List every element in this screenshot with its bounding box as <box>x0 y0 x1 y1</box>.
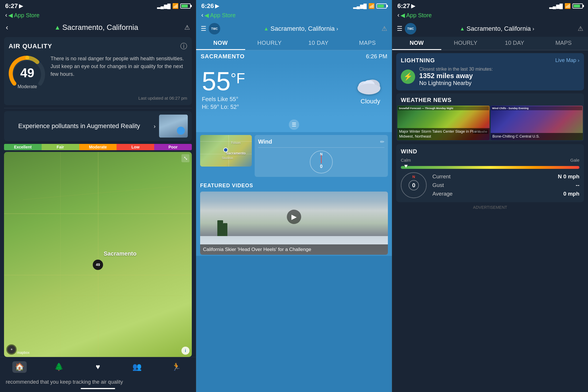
battery-icon-3 <box>572 3 583 9</box>
p3-lightning-header: LIGHTNING Live Map › <box>401 57 579 64</box>
aq-number: 49 <box>20 66 34 80</box>
status-icons-1: ▂▄▆█ 📶 <box>157 3 191 9</box>
lightning-subtitle: Closest strike in the last 30 minutes: <box>419 67 493 72</box>
app-store-3[interactable]: ‹ ◀ App Store <box>392 11 588 21</box>
tab-10day-3[interactable]: 10 DAY <box>490 37 539 50</box>
status-bar-1: 6:27 ▶ ▂▄▆█ 📶 <box>0 0 196 11</box>
cloud-icon <box>355 74 386 95</box>
p2-wind-compass: N 0 <box>310 150 333 173</box>
p1-map[interactable]: 49 Sacramento ⊕ mapbox i ⤡ <box>4 152 192 357</box>
p2-temp-unit: °F <box>231 71 245 86</box>
aq-info-icon[interactable]: ⓘ <box>180 42 187 51</box>
p2-feels-like: Feels Like 55° <box>202 96 245 103</box>
tab-run[interactable]: 🏃 <box>169 361 183 373</box>
lightning-bolt: ⚡ <box>403 72 413 81</box>
time-2: 6:26 <box>201 2 214 10</box>
p2-location: ▲ Sacramento, California › <box>264 25 338 32</box>
featured-videos-title: FEATURED VIDEOS <box>200 183 388 189</box>
p2-video-thumb[interactable]: ▶ California Skier 'Head Over Heels' for… <box>200 192 388 255</box>
app-store-1[interactable]: ‹ ◀ App Store <box>0 11 196 21</box>
p2-condition: Cloudy <box>355 74 386 105</box>
tab-maps-3[interactable]: MAPS <box>539 37 588 50</box>
mapbox-inner: ⊕ <box>7 345 16 354</box>
p2-hi-lo: Hi: 59° Lo: 52° <box>202 104 245 110</box>
tab-hourly-2[interactable]: HOURLY <box>245 37 294 50</box>
map-info-btn[interactable]: i <box>181 347 189 355</box>
p3-news-img-2[interactable]: Wind Chills - Sunday Evening Bone-Chilli… <box>491 106 583 140</box>
ar-chevron: › <box>154 123 156 130</box>
ar-thumbnail <box>159 115 188 138</box>
battery-fill-1 <box>181 5 188 7</box>
p3-lightning-body: ⚡ Closest strike in the last 30 minutes:… <box>401 67 579 86</box>
map-aqi-value: 49 <box>96 262 100 267</box>
aq-gauge: 49 Moderate <box>9 55 46 92</box>
panel-air-quality: 6:27 ▶ ▂▄▆█ 📶 ‹ ◀ App Store ‹ ▲ Sacramen… <box>0 0 196 392</box>
p1-city: Sacramento, California <box>62 23 138 32</box>
tab-10day-2[interactable]: 10 DAY <box>294 37 343 50</box>
p3-nav-left: ☰ TWC <box>397 23 416 34</box>
app-store-label-2: ◀ App Store <box>204 12 235 19</box>
battery-icon-1 <box>180 3 191 9</box>
lightning-icon: ⚡ <box>401 69 415 84</box>
wifi-icon-2: 📶 <box>368 3 375 9</box>
location-arrow-1: ▶ <box>19 3 23 9</box>
location-arrow-2: ▶ <box>215 3 219 9</box>
lightning-status: No Lightning Nearby <box>419 80 493 86</box>
wind-gust-value: -- <box>576 182 579 188</box>
ar-banner[interactable]: Experience pollutants in Augmented Reali… <box>4 111 192 141</box>
status-time-1: 6:27 ▶ <box>5 2 23 10</box>
p2-chevron: › <box>336 26 338 32</box>
tab-now-3[interactable]: NOW <box>392 37 441 50</box>
p2-wind-title: Wind <box>258 138 272 145</box>
status-time-3: 6:27 ▶ <box>397 2 415 10</box>
wifi-icon-1: 📶 <box>172 3 179 9</box>
p2-warning[interactable]: ⚠ <box>382 25 387 32</box>
wind-average-value: 0 mph <box>563 191 579 197</box>
app-store-2[interactable]: ‹ ◀ App Store <box>196 11 392 21</box>
p2-wind-divider <box>258 147 384 148</box>
wind-calm-label: Calm <box>401 158 411 163</box>
tab-health[interactable]: ♥ <box>91 361 105 373</box>
p1-tab-bar: 🏠 🌲 ♥ 👥 🏃 <box>0 357 196 376</box>
p3-live-map[interactable]: Live Map › <box>555 57 579 63</box>
p3-wind-scale <box>401 166 579 169</box>
aq-divider <box>4 108 192 108</box>
tab-nature[interactable]: 🌲 <box>52 361 66 373</box>
tab-maps-2[interactable]: MAPS <box>343 37 392 50</box>
tab-now-2[interactable]: NOW <box>196 37 245 50</box>
p3-location: ▲ Sacramento, California › <box>460 25 534 32</box>
video-play-btn[interactable]: ▶ <box>287 210 301 224</box>
warning-icon-1[interactable]: ⚠ <box>184 24 190 31</box>
p2-wind-edit[interactable]: ✏ <box>380 139 384 145</box>
p3-warning[interactable]: ⚠ <box>578 25 583 32</box>
map-expand-btn[interactable]: ⤡ <box>181 154 189 162</box>
p2-location-city: SACRAMENTO <box>201 53 245 60</box>
signal-bars-1: ▂▄▆█ <box>157 3 171 9</box>
compass-value: 0 <box>320 164 323 169</box>
p2-scroll-indicator: ☰ <box>196 117 392 132</box>
p3-news-img-1[interactable]: Snowfall Forecast — Through Monday Night… <box>397 106 490 140</box>
tab-home[interactable]: 🏠 <box>12 361 27 373</box>
tab-people[interactable]: 👥 <box>130 361 144 373</box>
p2-map-thumb[interactable]: Sacramento Stockton Folsom <box>200 135 252 167</box>
aq-updated: Last updated at 06:27 pm <box>9 96 187 101</box>
aqi-fair: Fair <box>42 144 79 150</box>
lightning-distance: 1352 miles away <box>419 72 493 80</box>
location-dot-1: ▲ <box>54 24 61 31</box>
wind-gale-label: Gale <box>570 158 579 163</box>
p2-wind-card: Wind ✏ N 0 <box>255 135 388 177</box>
video-caption: California Skier 'Head Over Heels' for a… <box>200 244 388 255</box>
hamburger-icon[interactable]: ☰ <box>201 25 206 32</box>
p3-ad-label: ADVERTISEMENT <box>392 202 588 213</box>
status-bar-3: 6:27 ▶ ▂▄▆█ 📶 <box>392 0 588 11</box>
p2-nav: ☰ TWC ▲ Sacramento, California › ⚠ <box>196 21 392 37</box>
hamburger-icon-3[interactable]: ☰ <box>397 25 403 32</box>
p3-wind-indicator <box>404 165 408 168</box>
tab-hourly-3[interactable]: HOURLY <box>441 37 490 50</box>
p1-back-btn[interactable]: ‹ <box>6 23 8 32</box>
signal-bars-3: ▂▄▆█ <box>549 3 563 9</box>
panel-weather-detail: 6:27 ▶ ▂▄▆█ 📶 ‹ ◀ App Store ☰ TWC ▲ Sacr… <box>392 0 588 392</box>
location-arrow-3: ▶ <box>411 3 415 9</box>
p1-bottom-text: recommended that you keep tracking the a… <box>0 376 196 392</box>
p3-lightning-title: LIGHTNING <box>401 57 435 64</box>
